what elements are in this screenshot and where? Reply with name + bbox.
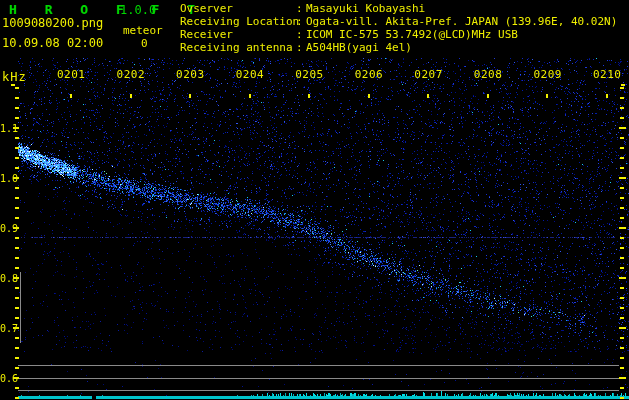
y-axis-minor-tick-left: [15, 387, 19, 389]
y-axis-minor-tick-right: [620, 247, 624, 249]
y-axis-minor-tick-left: [15, 237, 19, 239]
station-info-label: Receiving antenna: [180, 41, 296, 54]
y-axis-minor-tick-left: [15, 367, 19, 369]
hrofft-spectrogram-screen: 0201020202030204020502060207020802090210…: [0, 0, 629, 400]
y-axis-minor-tick-left: [15, 137, 19, 139]
y-axis-minor-tick-right: [620, 297, 624, 299]
station-info-value: ICOM IC-575 53.7492(@LCD)MHz USB: [306, 28, 518, 41]
y-axis-minor-tick-left: [15, 267, 19, 269]
x-axis-tick: [487, 94, 489, 98]
station-info-separator: :: [296, 2, 306, 15]
y-axis-minor-tick-right: [620, 267, 624, 269]
y-axis-major-tick-left: [13, 377, 19, 379]
x-axis-tick: [308, 94, 310, 98]
y-axis-major-tick-right: [619, 127, 626, 129]
y-axis-minor-tick-left: [15, 397, 19, 399]
y-axis-minor-tick-left: [15, 157, 19, 159]
x-axis-label: 0201: [57, 68, 86, 81]
station-info: Ovserver:Masayuki KobayashiReceiving Loc…: [180, 2, 617, 54]
output-filename: 1009080200.png: [2, 17, 103, 30]
y-axis-minor-tick-right: [620, 207, 624, 209]
y-axis-minor-tick-left: [15, 207, 19, 209]
y-axis-minor-tick-left: [15, 147, 19, 149]
y-axis-minor-tick-left: [15, 347, 19, 349]
x-axis-label: 0206: [355, 68, 384, 81]
y-axis-major-tick-left: [13, 227, 19, 229]
y-axis-minor-tick-right: [620, 397, 624, 399]
y-axis-minor-tick-left: [15, 317, 19, 319]
y-axis-minor-tick-right: [620, 187, 624, 189]
y-axis-major-tick-left: [13, 177, 19, 179]
time-axis-edge-tick: [11, 84, 15, 86]
y-axis-minor-tick-left: [15, 187, 19, 189]
station-info-separator: :: [296, 28, 306, 41]
y-axis-minor-tick-right: [620, 157, 624, 159]
y-axis-minor-tick-right: [620, 87, 624, 89]
y-axis-minor-tick-right: [620, 287, 624, 289]
y-axis-minor-tick-right: [620, 237, 624, 239]
y-axis-major-tick-right: [619, 377, 626, 379]
y-axis-minor-tick-right: [620, 307, 624, 309]
level-scale-hline: [18, 390, 619, 391]
x-axis-label: 0204: [236, 68, 265, 81]
y-axis-major-tick-left: [13, 327, 19, 329]
signal-level-baseline-gap: [92, 396, 96, 399]
observation-datetime: 10.09.08 02:00: [2, 37, 103, 50]
y-axis-minor-tick-right: [620, 337, 624, 339]
y-axis-minor-tick-right: [620, 257, 624, 259]
signal-level-baseline: [18, 396, 629, 399]
y-axis-minor-tick-left: [15, 87, 19, 89]
y-axis-unit-label: kHz: [2, 70, 27, 84]
station-info-value: Ogata-vill. Akita-Pref. JAPAN (139.96E, …: [306, 15, 617, 28]
y-axis-minor-tick-right: [620, 387, 624, 389]
station-info-separator: :: [296, 41, 306, 54]
x-axis-label: 0208: [474, 68, 503, 81]
y-axis-major-tick-right: [619, 277, 626, 279]
y-axis-minor-tick-right: [620, 347, 624, 349]
x-axis-tick: [70, 94, 72, 98]
y-axis-minor-tick-left: [15, 287, 19, 289]
x-axis-label: 0209: [533, 68, 562, 81]
y-axis-minor-tick-right: [620, 117, 624, 119]
y-axis-major-tick-right: [619, 227, 626, 229]
y-axis-minor-tick-left: [15, 117, 19, 119]
time-axis-edge-tick: [621, 84, 625, 86]
level-scale-hline: [18, 378, 619, 379]
spectrogram-canvas: [18, 57, 629, 400]
mode-label: meteor: [123, 25, 163, 37]
calibration-vline: [20, 272, 21, 343]
x-axis-tick: [249, 94, 251, 98]
y-axis-minor-tick-right: [620, 317, 624, 319]
station-info-value: Masayuki Kobayashi: [306, 2, 425, 15]
y-axis-minor-tick-left: [15, 167, 19, 169]
x-axis-tick: [189, 94, 191, 98]
y-axis-minor-tick-right: [620, 97, 624, 99]
y-axis-minor-tick-left: [15, 307, 19, 309]
station-info-value: A504HB(yagi 4el): [306, 41, 412, 54]
y-axis-minor-tick-left: [15, 247, 19, 249]
y-axis-minor-tick-right: [620, 167, 624, 169]
y-axis-minor-tick-left: [15, 197, 19, 199]
y-axis-major-tick-left: [13, 127, 19, 129]
y-axis-minor-tick-right: [620, 197, 624, 199]
y-axis-minor-tick-right: [620, 147, 624, 149]
app-version: 1.0.0: [120, 3, 156, 17]
y-axis-minor-tick-left: [15, 337, 19, 339]
x-axis-tick: [427, 94, 429, 98]
y-axis-major-tick-right: [619, 177, 626, 179]
y-axis-minor-tick-right: [620, 367, 624, 369]
station-info-row: Receiving Location:Ogata-vill. Akita-Pre…: [180, 15, 617, 28]
level-scale-hline: [18, 365, 619, 366]
station-info-label: Ovserver: [180, 2, 296, 15]
y-axis-minor-tick-left: [15, 357, 19, 359]
x-axis-tick: [546, 94, 548, 98]
y-axis-major-tick-right: [619, 327, 626, 329]
y-axis-minor-tick-left: [15, 97, 19, 99]
app-title: H R O F F T: [9, 2, 205, 17]
y-axis-minor-tick-left: [15, 257, 19, 259]
x-axis-tick: [606, 94, 608, 98]
meteor-count: 0: [141, 38, 148, 50]
y-axis-major-tick-left: [13, 277, 19, 279]
station-info-separator: :: [296, 15, 306, 28]
y-axis-minor-tick-right: [620, 137, 624, 139]
